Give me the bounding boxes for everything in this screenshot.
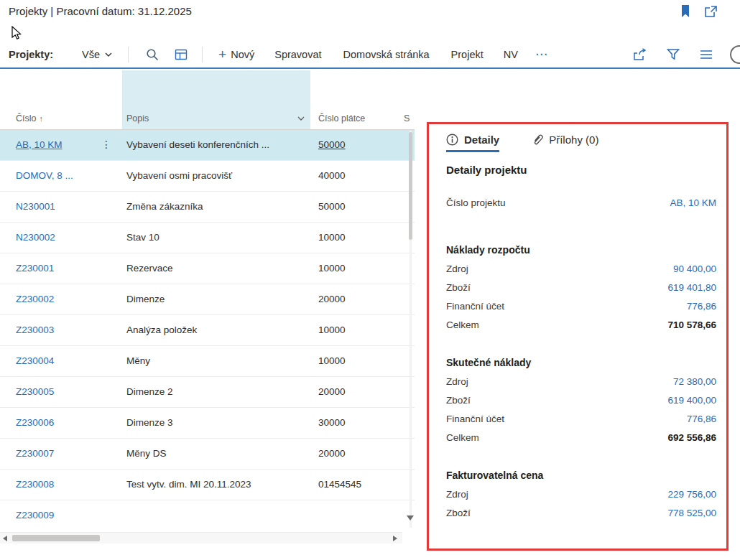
bill-to-customer: 40000: [318, 170, 346, 181]
toolbar-divider: [128, 47, 129, 62]
field-value-link[interactable]: 776,86: [687, 414, 716, 424]
info-icon: [446, 134, 458, 146]
field-label: Zboží: [446, 395, 471, 406]
scroll-right-icon[interactable]: [393, 536, 397, 541]
project-number-link[interactable]: Z230008: [16, 479, 54, 490]
view-filter-dropdown[interactable]: Vše: [82, 49, 112, 60]
scrollbar-thumb[interactable]: [409, 132, 412, 240]
field-label: Finanční účet: [446, 414, 504, 424]
chevron-down-icon: [105, 52, 112, 57]
project-description: Měny: [126, 355, 310, 366]
section-billable-price: Fakturovatelná cena Zdroj 229 756,00 Zbo…: [446, 470, 716, 518]
project-number-link[interactable]: N230001: [16, 201, 55, 212]
field-label: Zdroj: [446, 376, 468, 387]
project-menu-button[interactable]: Projekt: [451, 49, 484, 60]
filter-icon[interactable]: [667, 48, 680, 60]
bookmark-icon[interactable]: [680, 4, 691, 18]
business-central-projects-page: { "header": { "title": "Projekty | Praco…: [0, 0, 740, 560]
more-options-icon[interactable]: ⋯: [535, 47, 548, 62]
field-value-link[interactable]: 776,86: [687, 301, 716, 312]
project-description: Měny DS: [126, 448, 310, 459]
vertical-scrollbar[interactable]: [407, 131, 415, 528]
bill-to-customer: 10000: [318, 232, 346, 243]
field-row: Celkem 692 556,86: [446, 432, 716, 443]
project-number-link[interactable]: Z230009: [16, 510, 54, 521]
field-value-link[interactable]: 619 401,80: [667, 282, 716, 293]
manage-button[interactable]: Spravovat: [274, 49, 321, 60]
project-description: Rezervace: [126, 263, 310, 274]
app-header: Projekty | Pracovní datum: 31.12.2025: [0, 0, 740, 24]
sort-ascending-icon: ↑: [39, 114, 43, 123]
project-number-link[interactable]: Z230006: [16, 417, 54, 428]
scroll-down-icon[interactable]: [407, 515, 414, 521]
project-number-link[interactable]: Z230004: [16, 355, 54, 366]
home-menu-button[interactable]: Domovská stránka: [343, 49, 430, 60]
field-value-link[interactable]: AB, 10 KM: [670, 197, 716, 208]
share-icon[interactable]: [633, 48, 647, 61]
field-label: Finanční účet: [446, 301, 504, 312]
table-row[interactable]: Z230002 Dimenze 20000: [0, 284, 415, 315]
column-header-popis[interactable]: Popis: [126, 113, 149, 123]
project-number-link[interactable]: Z230002: [16, 294, 54, 304]
project-number-link[interactable]: N230002: [16, 232, 55, 243]
new-button[interactable]: + Nový: [218, 49, 254, 60]
project-description: Dimenze: [126, 294, 310, 304]
table-row[interactable]: Z230008 Test vytv. dim. MI 20.11.2023 01…: [0, 470, 415, 500]
field-value-link[interactable]: 90 400,00: [673, 263, 716, 274]
column-dropdown-icon[interactable]: [297, 116, 305, 121]
field-value-link[interactable]: 72 380,00: [673, 376, 716, 387]
table-row[interactable]: Z230004 Měny 10000: [0, 346, 415, 377]
table-row[interactable]: DOMOV, 8 ... Vybavení osmi pracovišť 400…: [0, 161, 415, 192]
paperclip-icon: [532, 134, 543, 146]
row-more-icon[interactable]: ⋮: [101, 139, 111, 150]
table-row[interactable]: N230001 Změna zákazníka 50000: [0, 192, 415, 223]
field-value-link[interactable]: 229 756,00: [667, 489, 716, 500]
section-title: Fakturovatelná cena: [446, 470, 716, 481]
factbox-title: Detaily projektu: [446, 164, 716, 176]
factbox-tabs: Detaily Přílohy (0): [446, 134, 716, 152]
table-row[interactable]: Z230001 Rezervace 10000: [0, 253, 415, 284]
analyze-icon[interactable]: [175, 48, 188, 61]
nv-menu-button[interactable]: NV: [504, 49, 518, 60]
project-number-link[interactable]: Z230001: [16, 263, 54, 274]
field-label: Celkem: [446, 432, 479, 443]
field-value-link[interactable]: 778 525,00: [667, 508, 716, 518]
table-row[interactable]: Z230007 Měny DS 20000: [0, 439, 415, 470]
table-row[interactable]: Z230003 Analýza položek 10000: [0, 315, 415, 346]
table-row[interactable]: Z230006 Dimenze 3 30000: [0, 408, 415, 439]
project-number-link[interactable]: AB, 10 KM: [16, 139, 63, 150]
section-title: Skutečné náklady: [446, 357, 716, 368]
toolbar-right-icons: [633, 48, 713, 61]
field-value-link[interactable]: 619 400,00: [667, 395, 716, 406]
bill-to-customer-link[interactable]: 50000: [318, 139, 346, 150]
field-row: Zdroj 72 380,00: [446, 376, 716, 387]
section-budget-costs: Náklady rozpočtu Zdroj 90 400,00 Zboží 6…: [446, 244, 716, 330]
table-row[interactable]: AB, 10 KM ⋮ Vybavení deseti konferenčníc…: [0, 130, 415, 161]
project-description: Změna zákazníka: [126, 201, 310, 212]
scrollbar-thumb[interactable]: [12, 535, 100, 541]
scroll-left-icon[interactable]: [3, 536, 7, 541]
field-row: Zdroj 90 400,00: [446, 263, 716, 274]
project-number-link[interactable]: DOMOV, 8 ...: [16, 170, 73, 181]
horizontal-scrollbar[interactable]: [0, 532, 402, 543]
plus-icon: +: [218, 50, 226, 60]
search-icon[interactable]: [146, 48, 159, 61]
project-number-link[interactable]: Z230007: [16, 448, 54, 459]
tab-details[interactable]: Detaily: [446, 134, 499, 152]
table-row[interactable]: N230002 Stav 10 10000: [0, 223, 415, 253]
project-number-link[interactable]: Z230003: [16, 325, 54, 335]
column-header-cislo[interactable]: Číslo↑: [16, 113, 43, 123]
table-row[interactable]: Z230009: [0, 500, 415, 531]
field-row: Zboží 778 525,00: [446, 508, 716, 518]
view-filter-value: Vše: [82, 49, 100, 60]
project-description: Dimenze 3: [126, 417, 310, 428]
table-row[interactable]: Z230005 Dimenze 2 20000: [0, 377, 415, 408]
tab-attachments[interactable]: Přílohy (0): [532, 134, 598, 152]
project-number-link[interactable]: Z230005: [16, 386, 54, 397]
column-header-platce[interactable]: Číslo plátce: [318, 113, 365, 123]
list-view-icon[interactable]: [700, 50, 713, 60]
bill-to-customer: 20000: [318, 448, 346, 459]
open-in-new-window-icon[interactable]: [704, 5, 718, 18]
page-title: Projekty | Pracovní datum: 31.12.2025: [9, 5, 192, 17]
column-header-s[interactable]: S: [404, 113, 410, 123]
